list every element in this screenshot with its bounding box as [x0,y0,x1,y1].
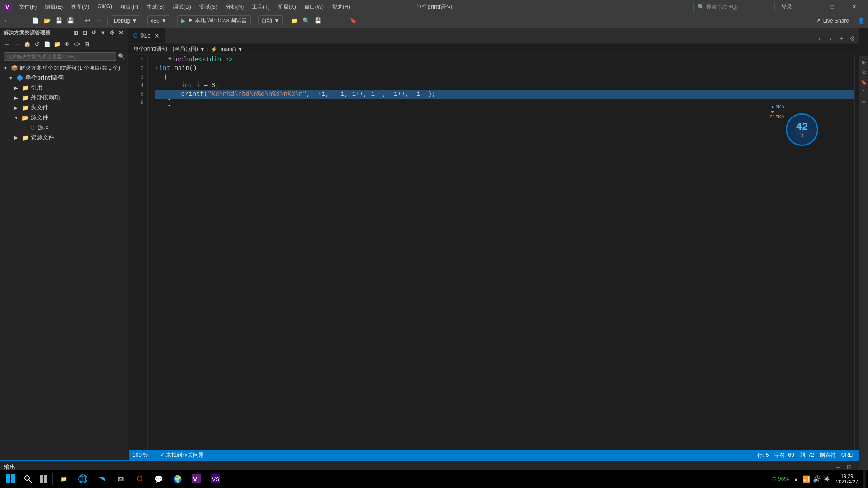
footer-tab[interactable]: 制表符 [820,451,836,459]
save-all-button[interactable]: 💾 [66,16,75,26]
forward-button[interactable]: → [14,16,24,26]
toolbar-icon-9[interactable]: ↔ [383,16,393,26]
sidebar-home-icon[interactable]: 🏠 [23,40,32,49]
toolbar-icon-7[interactable]: ← [360,16,370,26]
menu-file[interactable]: 文件(F) [15,2,40,12]
menu-view[interactable]: 视图(V) [67,2,93,12]
sidebar-properties-icon[interactable]: ⊞ [82,40,91,49]
config-dropdown[interactable]: Debug ▼ [111,15,140,26]
sidebar-close-icon[interactable]: ✕ [118,29,125,37]
code-content[interactable]: ▼ #include<stdio.h> ▼ int main() { int i… [148,55,854,450]
footer-no-problems[interactable]: ✓ 未找到相关问题 [160,451,204,459]
sidebar-settings-icon[interactable]: ⚙ [108,29,116,37]
taskbar-vs2[interactable]: VS [207,470,225,488]
live-share-button[interactable]: ↗ Live Share [812,17,853,25]
taskbar-wechat[interactable]: 💬 [150,470,168,488]
sidebar-forward-icon[interactable]: → [13,40,22,49]
taskbar-chevron-icon[interactable]: ▲ [792,470,801,488]
sidebar-view-icon[interactable]: 👁 [62,40,71,49]
tab-scroll-left-icon[interactable]: ‹ [815,33,825,43]
toolbar-icon-8[interactable]: → [372,16,382,26]
toolbar-icon-1[interactable]: 📁 [289,16,299,26]
run-button[interactable]: ▶ ▶ 本地 Windows 调试器 [177,15,251,26]
taskbar-chrome[interactable]: 🌍 [169,470,187,488]
bc-scope-dropdown[interactable]: (全局范围) ▼ [173,45,205,53]
login-button[interactable]: 登录 [778,2,796,12]
taskbar-lang-label[interactable]: 英 [822,475,831,483]
right-icon-4[interactable]: ⋮ [860,89,868,96]
right-icon-3[interactable]: 🔖 [860,79,868,86]
tree-item-source[interactable]: ▼ 📂 源文件 [0,113,128,122]
project-item[interactable]: ▼ 🔷 单个printf语句 [0,73,128,83]
tab-scroll-right-icon[interactable]: › [826,33,835,43]
menu-debug[interactable]: 调试(D) [169,2,195,12]
tab-add-icon[interactable]: + [836,33,846,43]
menu-build[interactable]: 生成(B) [143,2,168,12]
toolbar-icon-4[interactable]: ← [325,16,335,26]
tree-item-external[interactable]: ▶ 📁 外部依赖项 [0,93,128,103]
perf-badge[interactable]: 42 % [786,113,818,146]
sidebar-add-icon[interactable]: 📄 [42,40,52,49]
toolbar-icon-3[interactable]: 💾 [313,16,323,26]
sidebar-back-icon[interactable]: ← [3,40,12,49]
tree-item-source-c[interactable]: ▶ C 源.c [0,122,128,132]
user-icon-button[interactable]: 👤 [856,16,866,26]
start-button[interactable] [2,470,20,488]
tab-settings-icon[interactable]: ⚙ [847,33,857,43]
taskbar-edge[interactable]: 🌐 [74,470,92,488]
open-button[interactable]: 📂 [42,16,52,26]
editor-vertical-scrollbar[interactable] [854,55,859,450]
menu-edit[interactable]: 编辑(E) [41,2,66,12]
undo-button[interactable]: ↩ [82,16,92,26]
antivirus-icon[interactable]: 🛡 96% [769,470,791,488]
bc-project[interactable]: 单个printf语句 [133,45,167,53]
taskbar-office[interactable]: O [131,470,149,488]
menu-help[interactable]: 帮助(H) [328,2,354,12]
menu-tools[interactable]: 工具(T) [248,2,273,12]
taskbar-search-icon[interactable] [21,470,35,488]
taskbar-mail[interactable]: ✉ [112,470,130,488]
taskbar-file-explorer[interactable]: 📁 [55,470,73,488]
right-icon-2[interactable]: ⚙ [860,69,868,76]
tab-close-icon[interactable]: ✕ [153,32,160,39]
run-type-dropdown[interactable]: 自动 ▼ [258,15,283,26]
minimize-button[interactable]: ─ [800,0,821,14]
right-icon-5[interactable]: ✏ [860,99,868,106]
toolbar-icon-2[interactable]: 🔍 [301,16,311,26]
solution-item[interactable]: ▼ 📦 解决方案'单个printf语句'(1 个项目/共 1 个) [0,63,128,73]
toolbar-icon-6[interactable]: 🔖 [348,16,358,26]
tree-item-resources[interactable]: ▶ 📁 资源文件 [0,132,128,142]
tree-item-headers[interactable]: ▶ 📁 头文件 [0,103,128,113]
back-button[interactable]: ← [2,16,12,26]
search-input[interactable] [4,52,116,61]
bc-func-dropdown[interactable]: ⚡ main() ▼ [211,46,243,52]
save-button[interactable]: 💾 [54,16,64,26]
sidebar-refresh-icon[interactable]: ↺ [90,29,98,37]
menu-window[interactable]: 窗口(W) [301,2,327,12]
toolbar-icon-5[interactable]: ← [336,16,346,26]
menu-test[interactable]: 测试(S) [196,2,221,12]
new-file-button[interactable]: 📄 [30,16,40,26]
tree-item-references[interactable]: ▶ 📁 引用 [0,83,128,93]
sidebar-filter-icon[interactable]: ▼ [99,29,107,37]
close-button[interactable]: ✕ [844,0,864,14]
platform-dropdown[interactable]: x86 ▼ [147,15,170,26]
sidebar-code-icon[interactable]: <> [72,40,81,49]
menu-extensions[interactable]: 扩展(X) [274,2,300,12]
right-icon-1[interactable]: ⊞ [860,59,868,66]
editor-tab-source-c[interactable]: C 源.c ✕ [129,28,165,43]
footer-eol[interactable]: CRLF [841,452,855,458]
taskbar-clock[interactable]: 19:29 2021/4/27 [832,474,862,484]
sidebar-folder-add-icon[interactable]: 📁 [52,40,61,49]
menu-git[interactable]: Git(G) [94,2,116,12]
title-search-box[interactable]: 🔍 搜索 (Ctrl+Q) [693,2,775,12]
sidebar-sync-icon[interactable]: ↺ [33,40,42,49]
search-icon[interactable]: 🔍 [118,53,125,60]
footer-zoom[interactable]: 100 % [132,452,148,458]
sidebar-expand-icon[interactable]: ⊞ [72,29,80,37]
show-desktop-icon[interactable] [863,470,866,488]
taskbar-vs[interactable]: V [188,470,206,488]
redo-button[interactable]: ↪ [94,16,104,26]
menu-project[interactable]: 项目(P) [117,2,142,12]
task-view-icon[interactable] [36,470,51,488]
